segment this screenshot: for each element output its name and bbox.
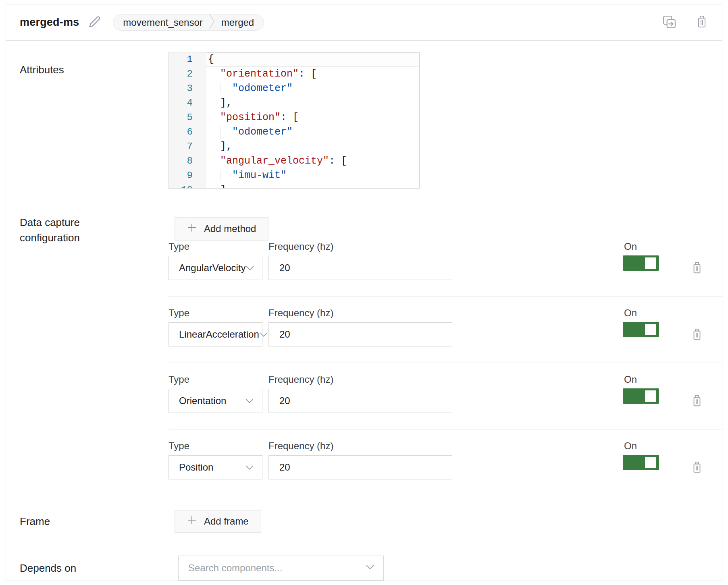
breadcrumb-separator-icon [209,13,215,32]
method-on-label: On [624,440,659,452]
line-number: 9 [169,168,206,183]
method-frequency-label: Frequency (hz) [268,440,452,452]
toggle-knob [645,257,656,269]
component-card: merged-ms movement_sensor merged [6,4,722,581]
delete-method-button[interactable] [691,261,703,276]
method-frequency-label: Frequency (hz) [268,307,452,319]
attributes-label: Attributes [20,52,168,189]
code-content: ] [206,183,419,189]
chevron-down-icon [245,395,254,407]
code-content: "imu-wit" [206,168,419,183]
add-frame-button[interactable]: Add frame [175,510,261,533]
method-enabled-toggle[interactable] [623,388,659,404]
duplicate-component-button[interactable] [662,15,676,30]
method-type-value: LinearAcceleration [179,329,259,340]
method-type-select[interactable]: Position [168,455,262,479]
trash-icon [691,328,703,342]
toggle-knob [645,457,656,468]
method-enabled-toggle[interactable] [623,322,659,337]
code-line: 7 ], [169,139,419,154]
method-frequency-value: 20 [279,329,290,340]
edit-name-button[interactable] [89,16,101,29]
code-line: 5 "position": [ [169,110,419,125]
capture-method-row: Type AngularVelocity [168,241,722,297]
attributes-code-editor[interactable]: 1 { 2 "orientation": [ 3 "odometer" [168,52,420,189]
delete-method-button[interactable] [691,328,703,342]
method-type-value: Position [179,462,213,473]
line-number: 1 [169,52,206,67]
data-capture-section: Data capture configuration Add method Ty… [20,203,722,496]
method-type-select[interactable]: AngularVelocity [168,256,262,280]
plus-icon [187,223,197,235]
code-line: 8 "angular_velocity": [ [169,154,419,168]
capture-method-row: Type Orientation Freq [168,373,722,429]
component-title: merged-ms [20,16,79,29]
duplicate-icon [662,15,676,30]
delete-method-button[interactable] [691,461,703,475]
delete-component-button[interactable] [695,15,708,30]
method-frequency-input[interactable]: 20 [268,322,452,346]
depends-on-label: Depends on [20,562,168,575]
capture-method-row: Type Position Frequen [168,440,722,496]
method-frequency-value: 20 [279,395,290,407]
code-content: "angular_velocity": [ [206,154,419,168]
breadcrumb-api-label: movement_sensor [123,17,202,28]
frame-section: Frame Add frame [20,510,722,533]
line-number: 3 [169,81,206,96]
toggle-knob [645,390,656,402]
chevron-down-icon [245,262,254,274]
capture-method-row: Type LinearAcceleration [168,307,722,363]
chevron-down-icon [245,462,254,473]
method-frequency-input[interactable]: 20 [268,455,452,479]
depends-on-select[interactable]: Search components... [178,556,384,581]
line-number: 7 [169,139,206,154]
method-frequency-input[interactable]: 20 [268,256,452,280]
method-enabled-toggle[interactable] [623,255,659,271]
method-enabled-toggle[interactable] [623,455,659,470]
add-method-button[interactable]: Add method [175,217,268,241]
data-capture-label: Data capture configuration [20,215,114,245]
code-content: "odometer" [206,125,419,139]
code-content: ], [206,96,419,110]
component-body: Attributes 1 { 2 "orientation": [ 3 [6,41,722,581]
code-content: "orientation": [ [206,67,419,81]
code-line: 10 ] [169,183,419,189]
code-line: 2 "orientation": [ [169,67,419,81]
add-method-label: Add method [204,223,256,234]
code-content: "position": [ [206,110,419,125]
line-number: 2 [169,67,206,81]
method-on-label: On [624,307,659,319]
method-frequency-label: Frequency (hz) [268,241,452,253]
add-frame-label: Add frame [204,516,249,527]
method-type-label: Type [168,307,262,319]
trash-icon [695,15,708,30]
line-number: 6 [169,125,206,139]
trash-icon [691,394,703,409]
method-type-select[interactable]: Orientation [168,389,262,413]
capture-methods-list: Add method Type AngularVelocity [168,203,722,496]
chevron-down-icon [366,564,374,572]
line-number: 5 [169,110,206,125]
code-line: 9 "imu-wit" [169,168,419,183]
code-content: ], [206,139,419,154]
method-on-label: On [624,373,659,386]
code-line: 3 "odometer" [169,81,419,96]
method-on-label: On [624,241,659,253]
breadcrumb: movement_sensor merged [113,15,264,31]
delete-method-button[interactable] [691,394,703,409]
depends-on-placeholder: Search components... [188,562,282,574]
pencil-icon [89,16,101,29]
plus-icon [187,515,197,527]
method-type-value: AngularVelocity [179,262,245,274]
method-type-select[interactable]: LinearAcceleration [168,322,262,346]
method-frequency-input[interactable]: 20 [268,389,452,413]
code-line: 4 ], [169,96,419,110]
depends-on-section: Depends on Search components... [20,556,722,581]
code-content: { [206,52,419,67]
trash-icon [691,461,703,475]
toggle-knob [645,324,656,335]
method-type-label: Type [168,241,262,253]
component-header: merged-ms movement_sensor merged [6,4,722,41]
method-frequency-label: Frequency (hz) [268,373,452,386]
method-frequency-value: 20 [279,262,290,274]
